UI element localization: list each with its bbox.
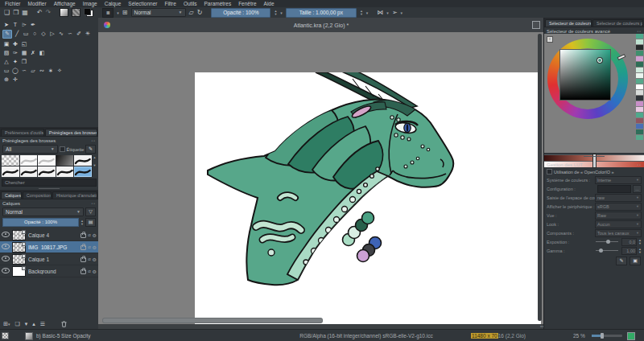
canvas-artwork[interactable]: [195, 72, 541, 324]
brush-preset-5[interactable]: [74, 155, 92, 166]
alpha-lock-icon[interactable]: α: [88, 244, 90, 249]
brush-editor-icon[interactable]: ≣: [102, 8, 114, 18]
canvas-only-mode-icon[interactable]: [627, 332, 635, 340]
multibrush-tool[interactable]: ✳: [84, 30, 92, 37]
tab-layers[interactable]: Calques: [1, 191, 22, 199]
history-swatch[interactable]: [636, 113, 643, 117]
layer-settings-icon[interactable]: ⚙: [93, 232, 97, 238]
gradient-tool[interactable]: ▧: [2, 49, 10, 56]
brush-preset-7[interactable]: [20, 166, 38, 177]
panel-float-icons[interactable]: ▫▫: [637, 29, 642, 34]
panel-float-icons[interactable]: ▫▫: [91, 138, 96, 143]
history-swatch[interactable]: [636, 129, 643, 134]
polygon-tool[interactable]: ◇: [39, 30, 47, 37]
duplicate-layer-icon[interactable]: ❏: [14, 321, 19, 327]
tab-undo-history[interactable]: Historique d'annulations: [52, 191, 97, 199]
history-swatch[interactable]: [636, 45, 643, 50]
advanced-color-selector[interactable]: ≡: [544, 34, 644, 153]
text-tool[interactable]: T: [11, 21, 19, 28]
document-titlebar[interactable]: Atlantic.kra (2,2 Gio) *: [98, 18, 544, 33]
layer-settings-icon[interactable]: ⚙: [93, 269, 97, 274]
layer-options-icon[interactable]: ▤: [85, 218, 96, 227]
edit-shapes-tool[interactable]: ⌲: [20, 21, 28, 28]
restore-window-icon[interactable]: [532, 21, 540, 29]
fg-bg-colors[interactable]: [84, 8, 93, 17]
alpha-lock-icon[interactable]: α: [88, 232, 90, 237]
history-swatch[interactable]: [636, 34, 643, 39]
similar-select-tool[interactable]: ∗: [47, 67, 55, 74]
lut-dropdown[interactable]: Aucun▼: [595, 220, 642, 228]
measure-tool[interactable]: △: [2, 58, 10, 65]
tab-brush-presets[interactable]: Préréglages des brosses: [45, 129, 97, 136]
size-slider[interactable]: Taille : 1.000,00 px: [286, 8, 357, 18]
browse-icon[interactable]: …: [633, 185, 642, 193]
reload-preset-icon[interactable]: ↻: [197, 9, 203, 16]
history-swatch[interactable]: [636, 124, 643, 129]
panel-float-icons[interactable]: ▫▫: [91, 201, 96, 206]
eraser-mode-icon[interactable]: ▱: [189, 9, 194, 16]
tab-compositions[interactable]: Compositions: [23, 191, 52, 199]
pattern-chooser-icon[interactable]: [72, 8, 80, 17]
lut-value[interactable]: 0,0: [621, 238, 637, 246]
polyline-tool[interactable]: ▷: [48, 30, 56, 37]
brush-grid-scrollbar[interactable]: ▲▼: [93, 155, 97, 177]
tab-specific-color-selector[interactable]: Sélecteur de couleurs part...: [592, 19, 643, 27]
history-swatch[interactable]: [636, 118, 643, 123]
canvas-horizontal-scrollbar[interactable]: [103, 318, 322, 323]
ellipse-select-tool[interactable]: ◯: [11, 67, 19, 74]
layer-settings-icon[interactable]: ⚙: [93, 257, 97, 262]
brush-preset-3[interactable]: [38, 155, 56, 166]
calligraphy-tool[interactable]: ✒: [29, 21, 37, 28]
lut-spin-icons[interactable]: ▲▼: [638, 239, 642, 245]
dock-splitter[interactable]: [544, 154, 644, 158]
history-swatch[interactable]: [636, 68, 643, 72]
brush-settings-icon[interactable]: ✎: [85, 145, 96, 154]
history-swatch[interactable]: [636, 56, 643, 61]
history-swatch[interactable]: [636, 101, 643, 106]
menu-item-sélectionner[interactable]: Sélectionner: [128, 1, 157, 6]
layer-row[interactable]: Calque 1α⚙: [0, 253, 98, 265]
opacity-slider[interactable]: Opacité : 100%: [211, 8, 270, 18]
layer-properties-icon[interactable]: ☰: [40, 321, 45, 327]
history-swatch[interactable]: [636, 135, 643, 140]
history-swatch[interactable]: [636, 84, 643, 89]
lut-config-icon[interactable]: ▣: [630, 257, 641, 265]
zoom-slider-handle[interactable]: [601, 333, 604, 339]
brush-preset-1[interactable]: [2, 155, 19, 166]
visibility-toggle[interactable]: [2, 244, 10, 250]
move-tool[interactable]: ✚: [11, 40, 19, 47]
ocio-checkbox[interactable]: [547, 169, 552, 175]
tab-tool-options[interactable]: Préférences d'outils: [1, 129, 44, 136]
color-sampler-tool[interactable]: ✑: [11, 49, 19, 56]
history-swatch[interactable]: [636, 79, 643, 84]
mirror-caret-icon[interactable]: ▾: [386, 10, 389, 15]
visibility-toggle[interactable]: [2, 268, 10, 274]
freehand-select-tool[interactable]: ∽: [20, 67, 28, 74]
tab-advanced-color-selector[interactable]: Sélecteur de couleurs a...: [545, 19, 592, 27]
visibility-toggle[interactable]: [2, 256, 10, 262]
menu-item-fenêtre[interactable]: Fenêtre: [238, 1, 256, 6]
history-swatch[interactable]: [636, 96, 643, 101]
canvas-vertical-scrollbar[interactable]: [538, 34, 542, 321]
filter-icon[interactable]: ▽: [85, 207, 96, 216]
open-document-icon[interactable]: ❒: [13, 9, 19, 16]
brush-preset-10[interactable]: [74, 166, 92, 177]
visibility-toggle[interactable]: [2, 232, 10, 238]
size-spin-icons[interactable]: ▲▼: [360, 10, 363, 16]
add-layer-icon[interactable]: ⊞▾: [3, 321, 10, 327]
wrap-around-icon[interactable]: ➢: [392, 9, 398, 16]
polygonal-select-tool[interactable]: ▱: [29, 67, 37, 74]
menu-item-filtre[interactable]: Filtre: [164, 1, 175, 6]
lut-slider[interactable]: [596, 241, 618, 242]
smart-patch-tool[interactable]: ✗: [29, 49, 37, 56]
zoom-tool[interactable]: ⊕: [2, 76, 10, 83]
brush-preset-9[interactable]: [56, 166, 74, 177]
crop-tool[interactable]: ◱: [20, 40, 28, 47]
pattern-tool[interactable]: ▦: [20, 49, 28, 56]
fill-tool[interactable]: ◧: [38, 49, 46, 56]
layer-row[interactable]: IMG_10817.JPGα⚙: [0, 241, 98, 253]
move-layer-down-icon[interactable]: ▾: [25, 321, 28, 327]
brush-preset-4[interactable]: [56, 155, 74, 166]
lock-icon[interactable]: [80, 245, 86, 250]
assistants-tool[interactable]: ✦: [11, 58, 19, 65]
